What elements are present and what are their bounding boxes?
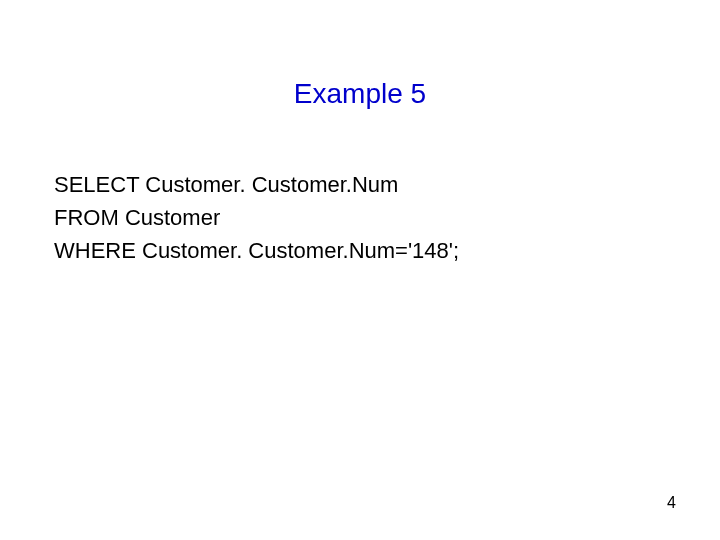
page-number: 4 [667,494,676,512]
sql-line-1: SELECT Customer. Customer.Num [54,168,720,201]
sql-content: SELECT Customer. Customer.Num FROM Custo… [54,168,720,267]
slide-container: Example 5 SELECT Customer. Customer.Num … [0,78,720,540]
sql-line-2: FROM Customer [54,201,720,234]
slide-title: Example 5 [0,78,720,110]
sql-line-3: WHERE Customer. Customer.Num='148'; [54,234,720,267]
